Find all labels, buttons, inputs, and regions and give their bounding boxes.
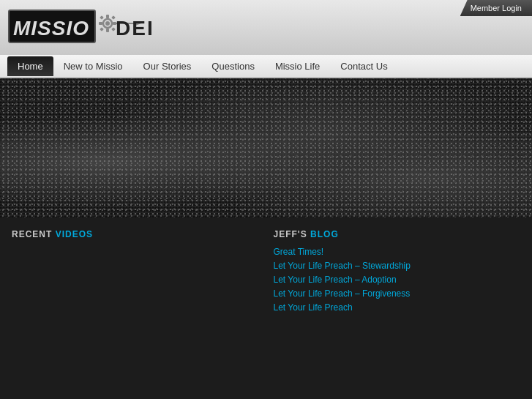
svg-rect-11	[111, 27, 116, 31]
nav-item-questions[interactable]: Questions	[201, 56, 265, 76]
nav-item-our-stories[interactable]: Our Stories	[133, 56, 202, 76]
banner-noise-overlay	[0, 78, 532, 217]
jeffs-blog-section: JEFF'S BLOG Great Times! Let Your Life P…	[274, 229, 521, 387]
navigation: Home New to Missio Our Stories Questions…	[0, 55, 532, 78]
recent-videos-section: RECENT VIDEOS	[12, 229, 259, 387]
svg-rect-8	[100, 15, 104, 20]
svg-rect-9	[111, 15, 116, 20]
recent-videos-title: RECENT VIDEOS	[12, 229, 259, 239]
nav-item-home[interactable]: Home	[7, 56, 53, 76]
svg-text:DEI: DEI	[116, 17, 154, 40]
blog-link-2[interactable]: Let Your Life Preach – Adoption	[274, 275, 521, 285]
header: MISSIO DEI Member Login	[0, 0, 532, 55]
svg-rect-4	[106, 15, 109, 18]
logo-image: MISSIO DEI	[7, 7, 168, 48]
blog-link-1[interactable]: Let Your Life Preach – Stewardship	[274, 261, 521, 271]
svg-rect-5	[106, 29, 109, 32]
jeffs-blog-title: JEFF'S BLOG	[274, 229, 521, 239]
svg-rect-6	[99, 22, 102, 25]
hero-banner	[0, 78, 532, 217]
nav-item-contact-us[interactable]: Contact Us	[330, 56, 397, 76]
svg-rect-10	[100, 27, 104, 31]
nav-item-new-to-missio[interactable]: New to Missio	[53, 56, 133, 76]
main-content: RECENT VIDEOS JEFF'S BLOG Great Times! L…	[0, 217, 532, 399]
blog-links-list: Great Times! Let Your Life Preach – Stew…	[274, 247, 521, 313]
member-login-button[interactable]: Member Login	[460, 0, 532, 16]
blog-link-4[interactable]: Let Your Life Preach	[274, 302, 521, 313]
logo: MISSIO DEI	[7, 7, 168, 48]
blog-link-0[interactable]: Great Times!	[274, 247, 521, 257]
nav-item-missio-life[interactable]: Missio Life	[265, 56, 330, 76]
blog-link-3[interactable]: Let Your Life Preach – Forgiveness	[274, 288, 521, 299]
svg-text:MISSIO: MISSIO	[13, 17, 89, 40]
svg-point-3	[105, 21, 110, 26]
